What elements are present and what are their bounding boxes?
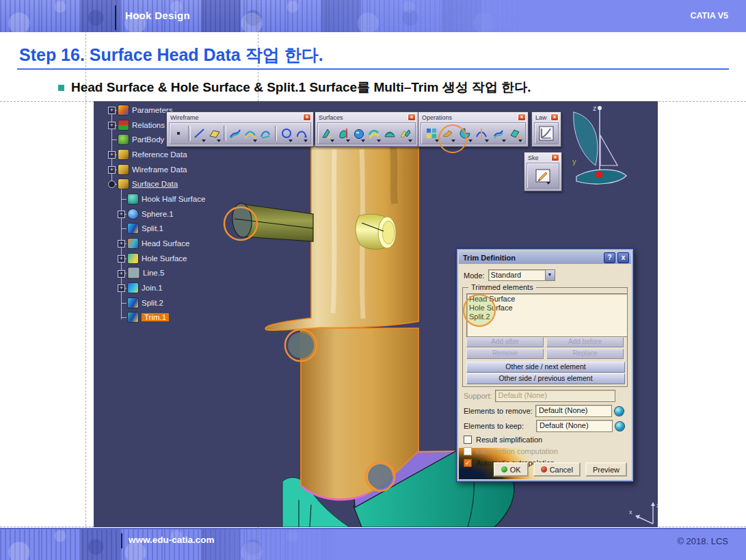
revolve-tool-icon[interactable]: [336, 124, 351, 142]
checkbox-icon[interactable]: [464, 436, 472, 444]
multi-select-icon[interactable]: [615, 407, 624, 416]
join-tool-icon[interactable]: [423, 124, 440, 142]
toolbar-operations: Operationsx: [418, 111, 529, 147]
hook-half-surface-icon: [128, 194, 138, 204]
toolbar-wireframe-title: Wireframe: [170, 114, 199, 121]
elements-to-keep-label: Elements to keep:: [464, 422, 524, 430]
dialog-title: Trim Definition: [463, 254, 516, 262]
tree-item-hole-surface[interactable]: +Hole Surface: [99, 251, 246, 266]
copyright-text: © 2018. LCS: [677, 536, 728, 546]
footer-band: www.edu-catia.com © 2018. LCS: [0, 528, 746, 560]
annotation-circle-trim-tool: [438, 124, 467, 153]
offset-tool-icon[interactable]: [367, 124, 382, 142]
spline-tool-icon[interactable]: [294, 124, 308, 142]
tree-item-surface-data[interactable]: Surface Data: [99, 176, 246, 191]
tree-item-split-1[interactable]: Split.1: [99, 222, 246, 237]
toolbar-sketcher-title: Ske: [528, 155, 539, 161]
elements-to-remove-field[interactable]: Default (None): [535, 405, 612, 417]
add-after-button: Add after: [466, 337, 544, 347]
other-side-previous-button[interactable]: Other side / previous element: [466, 373, 625, 384]
close-icon[interactable]: x: [550, 114, 559, 121]
compass-y-label: y: [572, 157, 576, 165]
add-before-button: Add before: [546, 337, 624, 347]
mode-value: Standard: [489, 270, 545, 280]
website-link[interactable]: www.edu-catia.com: [129, 535, 215, 545]
blend-tool-icon[interactable]: [398, 124, 413, 142]
hole-tube[interactable]: [356, 214, 396, 249]
projection-tool-icon[interactable]: [228, 124, 243, 142]
close-icon[interactable]: x: [617, 252, 629, 263]
trim-definition-dialog: Trim Definition ? x Mode: Standard ▼ Tri…: [456, 248, 634, 482]
head-surface-icon: [128, 239, 138, 248]
close-icon[interactable]: x: [303, 114, 311, 121]
sphere-tool-icon[interactable]: [351, 124, 367, 142]
replace-button: Replace: [546, 349, 624, 359]
line5-icon: [128, 267, 139, 278]
close-icon[interactable]: x: [551, 154, 559, 161]
compass-z-label: z: [593, 104, 597, 112]
reflect-line-tool-icon[interactable]: [258, 124, 273, 142]
preview-button[interactable]: Preview: [585, 462, 627, 477]
tree-item-hook-half-surface[interactable]: Hook Half Surface: [99, 191, 246, 206]
elements-to-keep-field[interactable]: Default (None): [536, 420, 613, 432]
plane-tool-icon[interactable]: [207, 124, 222, 142]
point-disc-bottom: [368, 464, 392, 489]
reference-data-icon: [118, 150, 129, 159]
multi-select-icon[interactable]: [615, 422, 624, 431]
toolbar-surfaces: Surfacesx: [315, 111, 418, 147]
help-icon[interactable]: ?: [604, 252, 615, 263]
trimmed-elements-label: Trimmed elements: [468, 283, 536, 291]
boundary-tool-icon[interactable]: [490, 124, 507, 142]
ok-button[interactable]: OK: [494, 462, 529, 477]
header-separator: [115, 5, 116, 30]
bullet-line: Head Surface & Hole Surface & Split.1 Su…: [58, 79, 531, 96]
combine-tool-icon[interactable]: [243, 124, 258, 142]
tree-item-head-surface[interactable]: +Head Surface: [99, 236, 246, 251]
annotation-circle-list: [463, 294, 496, 327]
other-side-next-button[interactable]: Other side / next element: [466, 362, 625, 373]
result-simplification-checkbox[interactable]: Result simplification: [464, 436, 542, 444]
toolbar-law: Lawx: [531, 111, 561, 147]
surface-data-icon: [118, 179, 129, 189]
tree-item-sphere-1[interactable]: +Sphere.1: [99, 206, 246, 222]
checkbox-icon[interactable]: [464, 459, 472, 467]
hole-surface-icon: [128, 254, 138, 263]
tree-item-line-5[interactable]: +Line.5: [99, 266, 246, 281]
close-icon[interactable]: x: [518, 114, 526, 121]
extract-tool-icon[interactable]: [507, 124, 524, 142]
tree-item-reference-data[interactable]: +Reference Data: [99, 147, 246, 162]
law-tool-icon[interactable]: [538, 124, 555, 142]
toolbar-sketcher: Skex: [524, 152, 562, 191]
cancel-button[interactable]: Cancel: [533, 462, 581, 477]
sketch-tool-icon[interactable]: [535, 167, 551, 185]
cad-viewport[interactable]: z y z x +Parameters +Relations PartBody …: [94, 101, 658, 527]
tree-item-join-1[interactable]: +Join.1: [99, 280, 246, 295]
partbody-icon: [118, 135, 129, 144]
title-underline: [17, 68, 729, 70]
chevron-down-icon[interactable]: ▼: [545, 270, 555, 280]
extrude-tool-icon[interactable]: [320, 124, 335, 142]
slide: Hook Design CATIA V5 Step 16. Surface He…: [0, 0, 746, 560]
split-tool-icon[interactable]: [474, 124, 490, 142]
mode-select[interactable]: Standard ▼: [488, 269, 555, 281]
line-tool-icon[interactable]: [193, 124, 207, 142]
footer-pattern-fade: [164, 529, 746, 560]
tree-item-split-2[interactable]: Split.2: [99, 295, 246, 310]
elements-to-remove-label: Elements to remove:: [464, 407, 533, 415]
dialog-titlebar[interactable]: Trim Definition ? x: [459, 251, 631, 264]
mini-axis: z x: [629, 502, 658, 524]
circle-tool-icon[interactable]: [279, 124, 293, 142]
header-pattern-fade: [260, 0, 746, 32]
sweep-tool-icon[interactable]: [382, 124, 397, 142]
wireframe-data-icon: [118, 165, 129, 174]
bullet-text: Head Surface & Hole Surface & Split.1 Su…: [71, 79, 531, 96]
compass-3d[interactable]: z y: [572, 104, 626, 184]
toolbar-law-title: Law: [535, 114, 547, 121]
checkbox-icon: [464, 447, 472, 455]
point-tool-icon[interactable]: [172, 124, 186, 142]
tree-item-trim-1[interactable]: Trim.1: [99, 310, 246, 325]
close-icon[interactable]: x: [408, 114, 416, 121]
tree-item-wireframe-data[interactable]: +Wireframe Data: [99, 162, 246, 177]
point-disc-mid: [288, 332, 314, 358]
axis-z-label: z: [656, 502, 658, 509]
